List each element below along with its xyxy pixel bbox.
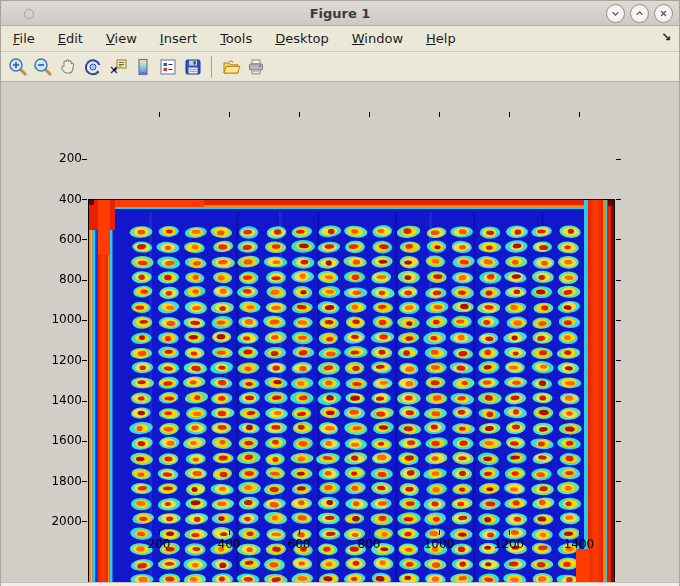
print-icon [246, 57, 266, 77]
y-tick-right [616, 481, 621, 482]
legend-icon [158, 57, 178, 77]
y-tick-right [616, 441, 621, 442]
y-tick-label: 1600 [36, 433, 82, 447]
colorbar-button[interactable] [130, 54, 155, 80]
y-tick-right [616, 159, 621, 160]
x-tick-label: 1400 [549, 537, 609, 551]
y-tick-label: 200 [36, 151, 82, 165]
data-cursor-icon [108, 57, 128, 77]
menu-item-view[interactable]: View [106, 31, 137, 46]
y-tick-label: 600 [36, 232, 82, 246]
titlebar[interactable]: Figure 1 [1, 1, 679, 26]
x-tick [579, 530, 580, 535]
x-tick [299, 530, 300, 535]
menu-overflow-arrow[interactable]: ↘ [661, 30, 671, 44]
x-tick-top [159, 112, 160, 117]
y-tick-label: 400 [36, 192, 82, 206]
x-tick-top [229, 112, 230, 117]
toolbar-separator [211, 56, 212, 78]
x-tick-top [439, 112, 440, 117]
y-tick-label: 800 [36, 272, 82, 286]
x-tick-top [299, 112, 300, 117]
figure-canvas-area: 2004006008001000120014002004006008001000… [1, 82, 679, 582]
maximize-button[interactable] [630, 4, 649, 23]
save-button[interactable] [180, 54, 205, 80]
x-tick-top [579, 112, 580, 117]
close-button[interactable] [654, 4, 673, 23]
x-tick-label: 800 [339, 537, 399, 551]
y-tick-label: 1200 [36, 353, 82, 367]
x-tick [229, 530, 230, 535]
plot-frame [88, 199, 615, 586]
x-tick [439, 530, 440, 535]
menu-item-insert[interactable]: Insert [160, 31, 197, 46]
chevron-down-icon [609, 7, 622, 20]
pan-hand-icon [58, 57, 78, 77]
y-tick [82, 360, 87, 361]
x-tick-top [509, 112, 510, 117]
x-tick-top [369, 112, 370, 117]
y-tick-right [616, 401, 621, 402]
menu-item-help[interactable]: Help [426, 31, 456, 46]
x-tick-label: 1000 [409, 537, 469, 551]
y-tick-right [616, 320, 621, 321]
y-tick-label: 2000 [36, 514, 82, 528]
y-tick-right [616, 239, 621, 240]
x-tick-label: 200 [129, 537, 189, 551]
y-tick-right [616, 360, 621, 361]
y-tick-label: 1800 [36, 474, 82, 488]
toolbar [1, 52, 679, 82]
y-tick [82, 239, 87, 240]
colorbar-icon [133, 57, 153, 77]
microarray-heatmap-image[interactable] [89, 200, 614, 586]
y-tick [82, 481, 87, 482]
y-tick [82, 320, 87, 321]
x-tick [369, 530, 370, 535]
menu-item-tools[interactable]: Tools [220, 31, 252, 46]
print-button[interactable] [243, 54, 268, 80]
menu-item-window[interactable]: Window [352, 31, 403, 46]
window-title: Figure 1 [1, 6, 679, 21]
zoom-in-icon [8, 57, 28, 77]
y-tick-right [616, 199, 621, 200]
open-folder-button[interactable] [218, 54, 243, 80]
window-bottom-edge [1, 582, 679, 586]
y-tick [82, 401, 87, 402]
menu-item-file[interactable]: File [13, 31, 35, 46]
y-tick-label: 1000 [36, 312, 82, 326]
window-controls [606, 4, 673, 23]
x-tick [159, 530, 160, 535]
figure-window: Figure 1 FileEditViewInsertToolsDesktopW… [0, 0, 680, 586]
zoom-out-button[interactable] [30, 54, 55, 80]
y-tick-right [616, 280, 621, 281]
x-tick-label: 600 [269, 537, 329, 551]
x-tick [509, 530, 510, 535]
y-tick [82, 199, 87, 200]
menubar: FileEditViewInsertToolsDesktopWindowHelp [1, 26, 679, 52]
x-tick-label: 400 [199, 537, 259, 551]
shade-button[interactable] [606, 4, 625, 23]
y-tick [82, 521, 87, 522]
close-icon [657, 7, 670, 20]
pan-button[interactable] [55, 54, 80, 80]
menu-item-desktop[interactable]: Desktop [275, 31, 329, 46]
data-cursor-button[interactable] [105, 54, 130, 80]
y-tick [82, 280, 87, 281]
rotate-3d-button[interactable] [80, 54, 105, 80]
chevron-up-icon [633, 7, 646, 20]
window-menu-icon[interactable] [24, 9, 34, 19]
rotate-3d-icon [83, 57, 103, 77]
zoom-out-icon [33, 57, 53, 77]
open-folder-icon [221, 57, 241, 77]
menu-item-edit[interactable]: Edit [58, 31, 83, 46]
legend-button[interactable] [155, 54, 180, 80]
y-tick [82, 159, 87, 160]
save-icon [183, 57, 203, 77]
y-tick [82, 441, 87, 442]
y-tick-right [616, 521, 621, 522]
y-tick-label: 1400 [36, 393, 82, 407]
x-tick-label: 1200 [479, 537, 539, 551]
zoom-in-button[interactable] [5, 54, 30, 80]
